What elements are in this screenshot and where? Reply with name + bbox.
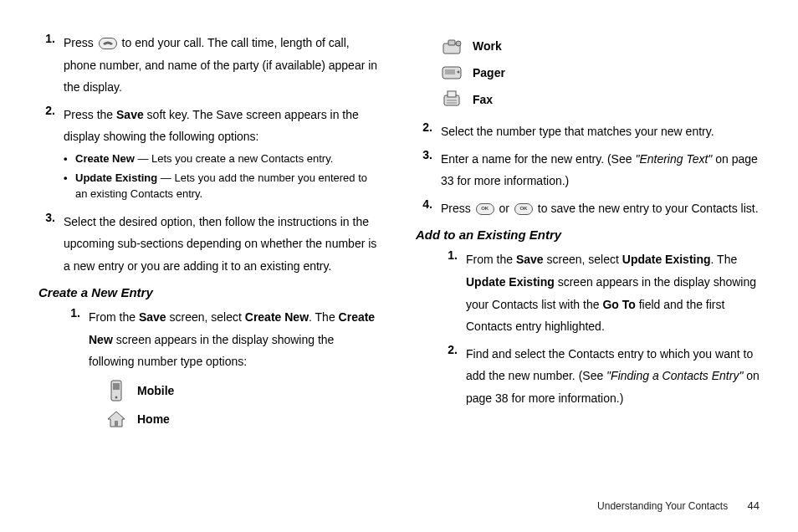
home-icon [104, 407, 129, 432]
text-fragment: Press [441, 202, 474, 215]
item-number: 4. [416, 197, 441, 220]
svg-point-9 [458, 71, 460, 74]
text-fragment: or [499, 202, 513, 215]
italic-quote: "Finding a Contacts Entry" [606, 369, 743, 382]
number-type-label: Work [473, 39, 502, 53]
svg-point-2 [115, 396, 118, 399]
text-fragment: . The [309, 310, 339, 324]
item-number: 3. [38, 211, 64, 278]
text-fragment: From the [89, 310, 139, 324]
number-type-row: Mobile [104, 378, 382, 403]
item-number: 3. [416, 148, 441, 192]
bold-text: Save [139, 310, 166, 324]
item-number: 2. [38, 104, 64, 206]
number-type-row: Work [439, 33, 760, 59]
item-number: 1. [38, 32, 64, 99]
subheading-add-existing: Add to an Existing Entry [416, 228, 760, 242]
text-fragment: Press the [64, 108, 116, 121]
list-item: 3. Enter a name for the new entry. (See … [416, 148, 760, 192]
item-body: From the Save screen, select Update Exis… [466, 248, 760, 337]
list-item: 2. Press the Save soft key. The Save scr… [38, 104, 382, 206]
right-column: Work Pager Fax 2. Select the number type… [416, 32, 760, 435]
ok-key-small-icon: OK [476, 203, 494, 215]
left-main-list: 1. Press to end your call. The call time… [38, 32, 382, 277]
item-body: Find and select the Contacts entry to wh… [466, 343, 760, 410]
fax-icon [439, 87, 464, 112]
item-body: Select the desired option, then follow t… [64, 211, 382, 278]
item-number: 2. [416, 120, 441, 143]
icon-text: OK [519, 204, 527, 213]
svg-rect-11 [448, 91, 456, 97]
bullet-body: Update Existing — Lets you add the numbe… [75, 171, 382, 202]
bold-text: Update Existing [466, 275, 555, 289]
number-type-row: Home [104, 407, 382, 432]
bold-text: Create New [75, 152, 135, 165]
list-item: 4. Press OK or OK to save the new entry … [416, 197, 760, 220]
item-number: 1. [441, 248, 466, 337]
sub-bullet-list: • Create New — Lets you create a new Con… [64, 151, 382, 202]
number-type-label: Home [137, 412, 170, 426]
bullet-marker: • [64, 171, 75, 202]
svg-rect-1 [113, 383, 120, 390]
work-icon [439, 33, 464, 59]
bold-text: Update Existing [622, 253, 711, 266]
svg-point-6 [456, 41, 461, 46]
number-type-label: Fax [473, 93, 493, 106]
list-item: 1. Press to end your call. The call time… [38, 32, 382, 99]
bold-text: Save [116, 108, 144, 121]
item-number: 2. [441, 343, 466, 410]
right-list-b: 1. From the Save screen, select Update E… [416, 248, 760, 409]
bold-text: Save [516, 253, 544, 266]
list-item: 1. From the Save screen, select Update E… [441, 248, 760, 337]
right-list-a: 2. Select the number type that matches y… [416, 120, 760, 219]
list-item: 3. Select the desired option, then follo… [38, 211, 382, 278]
text-fragment: to save the new entry to your Contacts l… [538, 202, 759, 215]
text-fragment: screen appears in the display showing th… [89, 333, 334, 369]
italic-quote: "Entering Text" [635, 152, 712, 166]
list-item: 2. Find and select the Contacts entry to… [441, 343, 760, 410]
svg-rect-8 [445, 69, 455, 74]
item-number: 1. [64, 306, 89, 373]
list-item: 1. From the Save screen, select Create N… [64, 306, 382, 373]
bold-text: Go To [602, 298, 635, 311]
number-type-row: Fax [439, 87, 760, 112]
text-fragment: . The [711, 253, 738, 266]
mobile-icon [104, 378, 129, 403]
footer-section-title: Understanding Your Contacts [597, 500, 728, 512]
svg-rect-5 [448, 40, 455, 45]
ok-key-large-icon: OK [514, 203, 533, 215]
item-body: From the Save screen, select Create New.… [89, 306, 382, 373]
text-fragment: — Lets you create a new Contacts entry. [135, 152, 334, 165]
item-body: Press OK or OK to save the new entry to … [441, 197, 760, 220]
page-footer: Understanding Your Contacts 44 [597, 499, 760, 512]
text-fragment: screen, select [166, 310, 245, 324]
end-call-key-icon [99, 38, 117, 49]
number-type-label: Mobile [137, 384, 174, 397]
content-columns: 1. Press to end your call. The call time… [38, 32, 760, 435]
pager-icon [439, 60, 464, 85]
text-fragment: Press [64, 36, 97, 49]
text-fragment: From the [466, 253, 516, 266]
bullet-body: Create New — Lets you create a new Conta… [75, 151, 382, 167]
left-sub-list: 1. From the Save screen, select Create N… [38, 306, 382, 373]
list-item: 2. Select the number type that matches y… [416, 120, 760, 143]
item-body: Press the Save soft key. The Save screen… [64, 104, 382, 206]
number-type-row: Pager [439, 60, 760, 85]
text-fragment: Enter a name for the new entry. (See [441, 152, 635, 166]
item-body: Select the number type that matches your… [441, 120, 760, 143]
bullet-item: • Create New — Lets you create a new Con… [64, 151, 382, 167]
number-type-label: Pager [473, 66, 505, 79]
text-fragment: screen, select [544, 253, 622, 266]
bold-text: Update Existing [75, 171, 157, 184]
item-body: Enter a name for the new entry. (See "En… [441, 148, 760, 192]
svg-rect-3 [115, 421, 118, 427]
bullet-marker: • [64, 151, 75, 167]
left-column: 1. Press to end your call. The call time… [38, 32, 382, 435]
bold-text: Create New [245, 310, 309, 324]
page-number: 44 [748, 499, 760, 512]
bullet-item: • Update Existing — Lets you add the num… [64, 171, 382, 202]
subheading-create-new: Create a New Entry [38, 285, 382, 299]
item-body: Press to end your call. The call time, l… [64, 32, 382, 99]
icon-text: OK [481, 204, 489, 213]
